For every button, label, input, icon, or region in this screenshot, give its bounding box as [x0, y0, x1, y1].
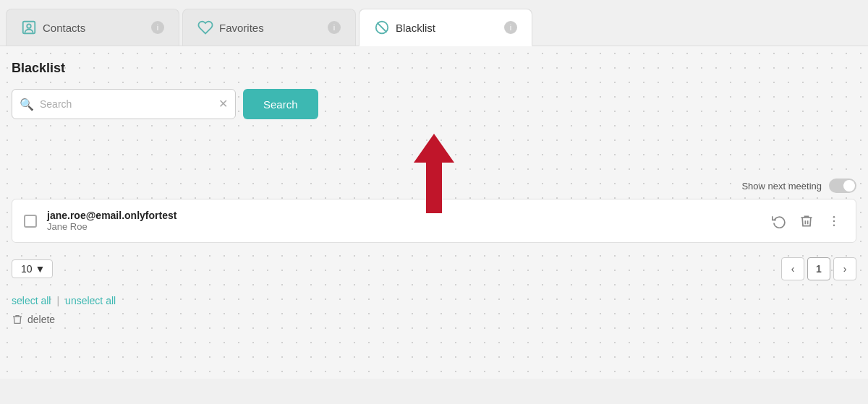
svg-point-5: [833, 220, 835, 222]
svg-point-1: [27, 24, 31, 28]
item-checkbox[interactable]: [24, 215, 37, 228]
tab-contacts-info[interactable]: i: [151, 21, 164, 34]
tab-favorites[interactable]: Favorites i: [182, 9, 356, 46]
select-all-link[interactable]: select all: [12, 295, 51, 306]
delete-label: delete: [27, 314, 55, 325]
main-content: Blacklist 🔍 ✕ Search Show next meeting j…: [0, 46, 868, 379]
next-page-button[interactable]: ›: [833, 257, 856, 280]
prev-page-button[interactable]: ‹: [781, 257, 804, 280]
search-button[interactable]: Search: [243, 89, 318, 119]
more-options-button[interactable]: [824, 211, 844, 231]
show-next-meeting-toggle[interactable]: [829, 179, 856, 193]
show-next-meeting-label: Show next meeting: [741, 181, 822, 192]
page-title: Blacklist: [12, 61, 856, 76]
svg-line-3: [378, 23, 387, 33]
delete-icon: [12, 314, 23, 325]
contacts-icon: [21, 20, 37, 35]
tab-contacts-label: Contacts: [43, 22, 145, 34]
separator: |: [56, 295, 59, 306]
delete-row[interactable]: delete: [12, 314, 856, 325]
search-input[interactable]: [34, 98, 218, 110]
tab-contacts[interactable]: Contacts i: [6, 9, 179, 46]
delete-item-button[interactable]: [796, 211, 817, 231]
restore-button[interactable]: [769, 211, 789, 231]
item-name: Jane Roe: [47, 221, 759, 232]
tab-favorites-info[interactable]: i: [328, 21, 341, 34]
bottom-actions: select all | unselect all: [12, 295, 856, 306]
item-info: jane.roe@email.onlyfortest Jane Roe: [47, 210, 759, 232]
show-next-meeting-control: Show next meeting: [741, 179, 856, 193]
tab-bar: Contacts i Favorites i Blacklist i: [0, 0, 868, 46]
arrow-area: Show next meeting: [12, 134, 856, 199]
tab-favorites-label: Favorites: [219, 22, 322, 34]
pagination-row: 10 ▼ ‹ 1 ›: [12, 252, 856, 286]
search-row: 🔍 ✕ Search: [12, 89, 856, 119]
search-input-wrapper: 🔍 ✕: [12, 89, 236, 119]
current-page-button[interactable]: 1: [807, 257, 830, 280]
svg-point-4: [833, 215, 835, 218]
page-controls: ‹ 1 ›: [781, 257, 856, 280]
tab-blacklist-info[interactable]: i: [504, 21, 517, 34]
heart-icon: [197, 20, 213, 35]
tab-blacklist[interactable]: Blacklist i: [359, 9, 532, 46]
per-page-chevron: ▼: [35, 263, 46, 275]
per-page-select[interactable]: 10 ▼: [12, 259, 53, 278]
unselect-all-link[interactable]: unselect all: [65, 295, 116, 306]
per-page-value: 10: [21, 263, 33, 275]
arrow-container: [414, 134, 454, 213]
item-actions: [769, 211, 844, 231]
red-arrow-head: [414, 134, 454, 163]
item-email: jane.roe@email.onlyfortest: [47, 210, 759, 221]
search-icon: 🔍: [20, 98, 34, 111]
blacklist-icon: [374, 20, 390, 35]
clear-button[interactable]: ✕: [218, 98, 228, 110]
tab-blacklist-label: Blacklist: [396, 22, 498, 34]
svg-point-6: [833, 224, 835, 226]
red-arrow-shaft: [426, 163, 442, 213]
